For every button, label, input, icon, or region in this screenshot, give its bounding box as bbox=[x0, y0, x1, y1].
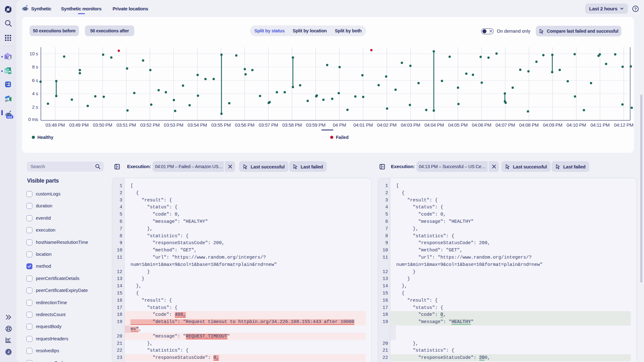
svg-text:04:10 PM: 04:10 PM bbox=[567, 122, 586, 128]
svg-text:6 s: 6 s bbox=[32, 78, 38, 83]
svg-text:0 ms: 0 ms bbox=[28, 117, 38, 122]
svg-text:04:04 PM: 04:04 PM bbox=[425, 122, 444, 128]
svg-text:2 s: 2 s bbox=[32, 104, 38, 110]
svg-text:4 s: 4 s bbox=[32, 91, 38, 96]
svg-text:03:57 PM: 03:57 PM bbox=[258, 122, 278, 128]
svg-text:04:06 PM: 04:06 PM bbox=[472, 122, 491, 128]
svg-text:03:59 PM: 03:59 PM bbox=[306, 122, 325, 128]
svg-text:10 s: 10 s bbox=[30, 51, 38, 56]
svg-text:04:09 PM: 04:09 PM bbox=[543, 122, 562, 128]
svg-text:03:54 PM: 03:54 PM bbox=[187, 122, 207, 128]
svg-text:03:55 PM: 03:55 PM bbox=[211, 122, 231, 128]
svg-text:04:01 PM: 04:01 PM bbox=[353, 122, 373, 128]
svg-text:03:50 PM: 03:50 PM bbox=[93, 122, 112, 128]
svg-text:03:56 PM: 03:56 PM bbox=[235, 122, 254, 128]
svg-text:04:12 PM: 04:12 PM bbox=[614, 122, 633, 128]
svg-text:03:49 PM: 03:49 PM bbox=[69, 122, 89, 128]
svg-text:?: ? bbox=[634, 7, 637, 11]
svg-text:03:48 PM: 03:48 PM bbox=[45, 122, 65, 128]
svg-text:04:08 PM: 04:08 PM bbox=[519, 122, 539, 128]
svg-text:03:52 PM: 03:52 PM bbox=[140, 122, 160, 128]
svg-text:03:58 PM: 03:58 PM bbox=[282, 122, 302, 128]
svg-text:04:11 PM: 04:11 PM bbox=[591, 122, 610, 128]
svg-text:04 PM: 04 PM bbox=[333, 122, 346, 128]
svg-text:04:02 PM: 04:02 PM bbox=[377, 122, 397, 128]
svg-text:04:03 PM: 04:03 PM bbox=[401, 122, 420, 128]
svg-text:03:51 PM: 03:51 PM bbox=[116, 122, 136, 128]
svg-text:04:07 PM: 04:07 PM bbox=[496, 122, 515, 128]
svg-text:8 s: 8 s bbox=[32, 64, 38, 69]
svg-text:03:53 PM: 03:53 PM bbox=[164, 122, 183, 128]
svg-text:04:05 PM: 04:05 PM bbox=[448, 122, 468, 128]
